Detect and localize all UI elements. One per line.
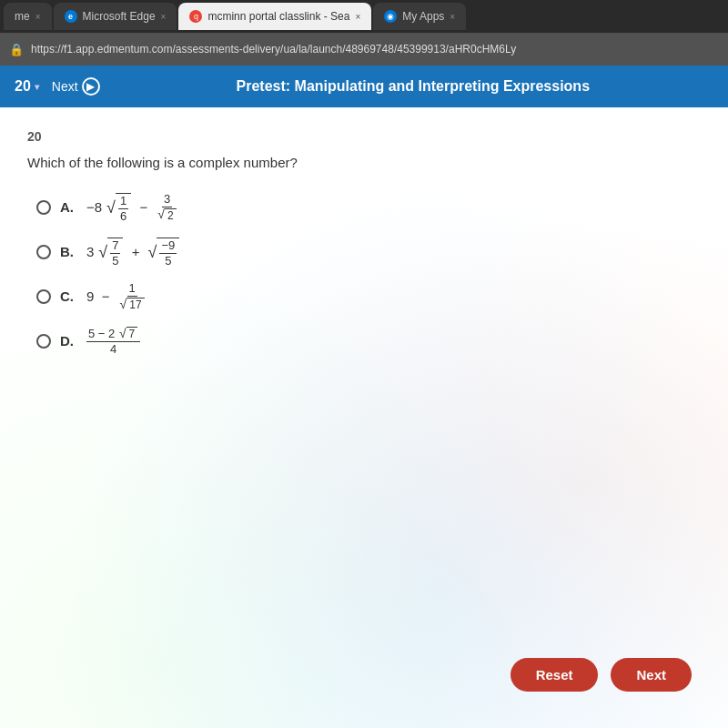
next-arrow-icon: ▶: [82, 77, 100, 96]
tab-myapps[interactable]: ◉ My Apps ×: [373, 3, 466, 30]
radio-c[interactable]: [36, 289, 51, 304]
option-c[interactable]: C. 9 − 1 √ 17: [36, 281, 701, 311]
tab-edge-label: Microsoft Edge: [83, 10, 156, 23]
address-bar: 🔒 https://f1.app.edmentum.com/assessment…: [0, 33, 728, 66]
option-d-label: D.: [60, 333, 74, 349]
tab-myapps-close[interactable]: ×: [450, 12, 455, 22]
sqrt-1-6: √ 1 6: [106, 192, 131, 222]
lock-icon: 🔒: [9, 43, 24, 56]
url-text[interactable]: https://f1.app.edmentum.com/assessments-…: [31, 43, 719, 56]
sqrt-neg-9-5: √ −9 5: [148, 237, 180, 267]
content-wrapper: 20 Which of the following is a complex n…: [27, 129, 701, 356]
chevron-down-icon: ▾: [35, 82, 39, 92]
radio-d[interactable]: [36, 334, 51, 349]
browser-chrome: me × e Microsoft Edge × q mcminn portal …: [0, 0, 728, 66]
option-c-expr: 9 − 1 √ 17: [86, 281, 147, 311]
radio-a[interactable]: [36, 200, 51, 215]
question-text: Which of the following is a complex numb…: [27, 155, 701, 170]
tab-myapps-label: My Apps: [402, 10, 444, 23]
option-b[interactable]: B. 3 √ 7 5 + √: [36, 237, 701, 267]
option-a[interactable]: A. −8 √ 1 6 − 3: [36, 192, 701, 222]
option-b-label: B.: [60, 244, 74, 259]
myapps-icon: ◉: [384, 10, 397, 23]
tab-classlink-close[interactable]: ×: [355, 12, 360, 22]
tab-home-close[interactable]: ×: [35, 12, 41, 22]
tab-classlink-label: mcminn portal classlink - Sea: [207, 10, 349, 23]
fraction-5-2sqrt7-over-4: 5 − 2 √ 7 4: [86, 326, 140, 356]
search-icon: q: [189, 10, 202, 23]
sqrt-7-5: √ 7 5: [98, 237, 123, 267]
question-number-value: 20: [15, 78, 31, 95]
question-number-label: 20: [27, 129, 701, 144]
assessment-title: Pretest: Manipulating and Interpreting E…: [113, 78, 713, 95]
main-content: 20 Which of the following is a complex n…: [0, 107, 728, 728]
option-d[interactable]: D. 5 − 2 √ 7 4: [36, 326, 701, 356]
options-list: A. −8 √ 1 6 − 3: [36, 192, 701, 356]
option-a-label: A.: [60, 199, 74, 215]
tab-home-label: me: [15, 10, 30, 23]
assessment-toolbar: 20 ▾ Next ▶ Pretest: Manipulating and In…: [0, 66, 728, 107]
tab-home[interactable]: me ×: [4, 3, 52, 30]
next-button[interactable]: Next: [611, 658, 692, 692]
tab-edge-close[interactable]: ×: [161, 12, 167, 22]
option-b-expr: 3 √ 7 5 + √: [86, 237, 180, 267]
option-c-label: C.: [60, 288, 74, 304]
radio-b[interactable]: [36, 245, 51, 259]
reset-button[interactable]: Reset: [511, 658, 599, 692]
toolbar-next-button[interactable]: Next ▶: [52, 77, 100, 96]
option-d-expr: 5 − 2 √ 7 4: [86, 326, 140, 356]
question-number-indicator[interactable]: 20 ▾: [15, 78, 39, 95]
tab-bar: me × e Microsoft Edge × q mcminn portal …: [0, 0, 728, 33]
fraction-1-sqrt17: 1 √ 17: [117, 281, 147, 311]
fraction-3-sqrt2: 3 √ 2: [155, 192, 178, 222]
edge-icon: e: [65, 10, 77, 23]
tab-classlink[interactable]: q mcminn portal classlink - Sea ×: [178, 3, 371, 30]
tab-edge[interactable]: e Microsoft Edge ×: [54, 3, 177, 30]
action-buttons: Reset Next: [511, 658, 692, 692]
option-a-expr: −8 √ 1 6 − 3: [86, 192, 179, 222]
toolbar-next-label: Next: [52, 79, 78, 94]
